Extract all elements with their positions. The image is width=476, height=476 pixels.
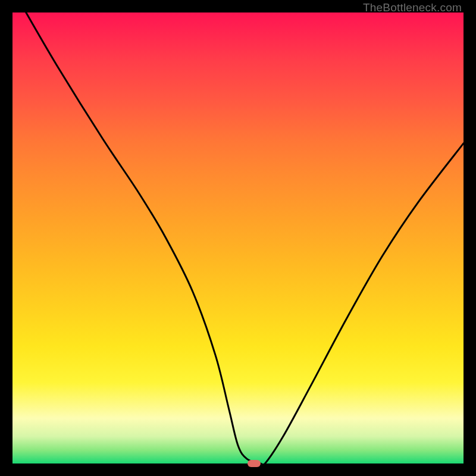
chart-frame: TheBottleneck.com — [0, 0, 476, 476]
bottleneck-curve — [12, 12, 464, 464]
plot-area — [12, 12, 464, 464]
optimal-point-marker — [248, 460, 261, 467]
